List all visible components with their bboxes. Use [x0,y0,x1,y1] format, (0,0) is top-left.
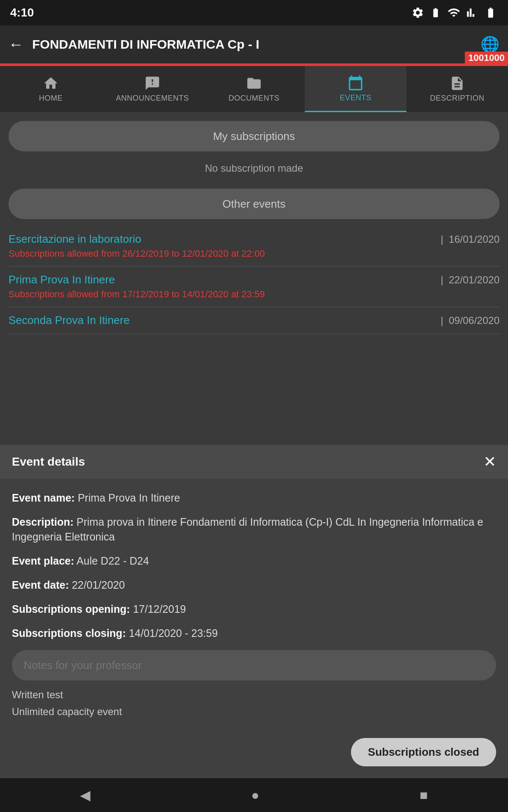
other-events-button[interactable]: Other events [8,189,500,219]
sub-closing-value: 14/01/2020 - 23:59 [129,627,218,639]
tab-home[interactable]: HOME [0,66,102,112]
sub-closing-label: Subscriptions closing: [12,627,126,639]
event-date-1: | 16/01/2020 [441,233,500,245]
extra-written-test: Written test [12,689,496,701]
no-subscription-text: No subscription made [8,158,500,178]
announcement-icon [144,75,160,91]
tab-documents-label: DOCUMENTS [229,94,280,103]
list-item: Seconda Prova In Itinere | 09/06/2020 [8,307,500,334]
home-icon [43,75,59,91]
list-item: Prima Prova In Itinere | 22/01/2020 Subs… [8,266,500,307]
tab-home-label: HOME [39,94,63,103]
tab-documents[interactable]: DOCUMENTS [203,66,305,112]
signal-icon [467,6,478,19]
event-sub-info-1: Subscriptions allowed from 26/12/2019 to… [8,248,500,259]
modal-header: Event details ✕ [0,445,508,479]
place-value: Aule D22 - D24 [77,555,149,567]
description-label: Description: [12,516,74,528]
tab-announcements[interactable]: ANNOUNCEMENTS [102,66,203,112]
status-bar: 4:10 [0,0,508,25]
date-value: 22/01/2020 [72,579,125,591]
nav-home-button[interactable]: ● [251,787,259,803]
event-sub-info-2: Subscriptions allowed from 17/12/2019 to… [8,289,500,300]
tab-description[interactable]: DESCRIPTION [406,66,508,112]
notes-input[interactable] [12,650,496,680]
modal-footer: Subscriptions closed [0,731,508,778]
sub-opening-detail: Subscriptions opening: 17/12/2019 [12,602,496,617]
phone-icon [430,6,441,19]
event-row-2: Prima Prova In Itinere | 22/01/2020 [8,273,500,286]
date-label: Event date: [12,579,69,591]
event-name-1[interactable]: Esercitazione in laboratorio [8,233,141,246]
settings-icon [411,6,424,19]
top-bar: ← FONDAMENTI DI INFORMATICA Cp - I 🌐 [0,25,508,63]
event-date-3: | 09/06/2020 [441,315,500,326]
event-row-1: Esercitazione in laboratorio | 16/01/202… [8,233,500,246]
event-date-2: | 22/01/2020 [441,274,500,286]
tab-announcements-label: ANNOUNCEMENTS [116,94,189,103]
page-title: FONDAMENTI DI INFORMATICA Cp - I [32,37,480,52]
divider: | [441,274,443,285]
tab-events-label: EVENTS [340,93,371,102]
tab-description-label: DESCRIPTION [430,94,485,103]
tab-bar: HOME ANNOUNCEMENTS DOCUMENTS EVENTS DESC… [0,66,508,112]
sub-opening-value: 17/12/2019 [133,603,186,615]
subscriptions-closed-button[interactable]: Subscriptions closed [351,738,496,766]
calendar-icon [348,75,364,91]
event-name-3[interactable]: Seconda Prova In Itinere [8,314,130,327]
event-row-3: Seconda Prova In Itinere | 09/06/2020 [8,314,500,327]
back-button[interactable]: ← [8,36,24,53]
event-description-detail: Description: Prima prova in Itinere Fond… [12,515,496,544]
place-label: Event place: [12,555,74,567]
folder-icon [246,75,262,91]
progress-fill [0,63,508,66]
event-place-detail: Event place: Aule D22 - D24 [12,554,496,568]
event-date-detail: Event date: 22/01/2020 [12,578,496,593]
progress-label: 1001000 [465,52,508,64]
my-subscriptions-label: My subscriptions [213,130,295,143]
divider: | [441,315,443,326]
globe-button[interactable]: 🌐 [480,36,500,53]
event-list: Esercitazione in laboratorio | 16/01/202… [8,226,500,334]
tab-events[interactable]: EVENTS [305,66,406,112]
bottom-nav-bar: ◀ ● ■ [0,778,508,812]
my-subscriptions-button[interactable]: My subscriptions [8,121,500,151]
event-name-detail: Event name: Prima Prova In Itinere [12,491,496,505]
description-icon [449,75,465,91]
nav-recents-button[interactable]: ■ [420,787,428,803]
wifi-icon [447,6,461,19]
main-content: My subscriptions No subscription made Ot… [0,112,508,343]
status-icons [411,6,498,19]
modal-close-button[interactable]: ✕ [483,454,496,469]
status-time: 4:10 [10,6,34,19]
modal-body: Event name: Prima Prova In Itinere Descr… [0,479,508,731]
nav-back-button[interactable]: ◀ [80,787,91,803]
divider: | [441,233,443,245]
sub-closing-detail: Subscriptions closing: 14/01/2020 - 23:5… [12,626,496,641]
other-events-label: Other events [223,198,286,211]
sub-opening-label: Subscriptions opening: [12,603,130,615]
event-name-label: Event name: [12,492,75,504]
event-details-modal: Event details ✕ Event name: Prima Prova … [0,445,508,778]
event-name-value: Prima Prova In Itinere [78,492,180,504]
extra-capacity: Unlimited capacity event [12,706,496,718]
progress-bar: 1001000 [0,63,508,66]
list-item: Esercitazione in laboratorio | 16/01/202… [8,226,500,266]
event-name-2[interactable]: Prima Prova In Itinere [8,273,115,286]
battery-icon [483,7,498,19]
modal-title: Event details [12,455,85,469]
description-value: Prima prova in Itinere Fondamenti di Inf… [12,516,483,543]
